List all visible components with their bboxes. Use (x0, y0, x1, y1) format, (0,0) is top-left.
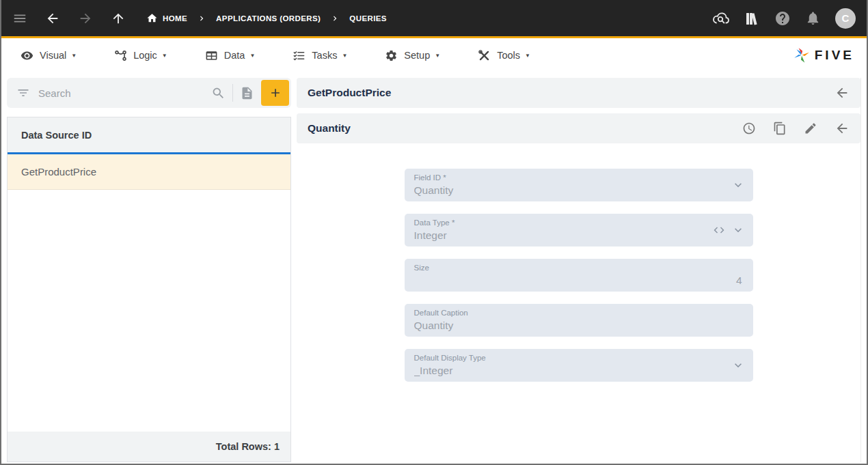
record-header: GetProductPrice (297, 78, 860, 108)
chevron-right-icon (330, 14, 340, 23)
menu-tools-label: Tools (497, 50, 520, 61)
record-title: GetProductPrice (308, 87, 391, 99)
add-button[interactable] (261, 80, 289, 106)
column-header-label: Data Source ID (21, 130, 92, 141)
edit-pencil-icon[interactable] (804, 122, 817, 135)
avatar-initial: C (842, 12, 850, 24)
inspector-cloud-search-icon[interactable] (711, 10, 729, 27)
menu-logic-label: Logic (133, 50, 157, 61)
caret-down-icon: ▼ (162, 53, 167, 59)
code-icon[interactable] (713, 224, 725, 236)
left-panel: Data Source ID GetProductPrice Total Row… (7, 78, 291, 462)
breadcrumb-home[interactable]: HOME (146, 12, 187, 24)
checklist-icon (293, 49, 306, 62)
collapse-back-icon[interactable] (835, 85, 850, 100)
field-id-label: Field ID * (414, 173, 726, 182)
data-type-select[interactable]: Data Type * Integer (405, 214, 753, 246)
divider (232, 84, 233, 102)
brand-name: FIVE (815, 48, 854, 63)
caret-down-icon: ▼ (342, 53, 347, 59)
search-bar (7, 78, 291, 108)
field-id-value: Quantity (414, 183, 726, 197)
data-type-label: Data Type * (414, 219, 726, 227)
default-display-type-select[interactable]: Default Display Type _Integer (405, 349, 753, 382)
content-area: Data Source ID GetProductPrice Total Row… (1, 72, 867, 464)
notifications-bell-icon[interactable] (805, 10, 821, 26)
menu-setup-label: Setup (404, 50, 430, 61)
list-row-getproductprice[interactable]: GetProductPrice (8, 154, 290, 190)
menu-bar: Visual ▼ Logic ▼ Data ▼ (1, 38, 867, 72)
column-header-data-source-id[interactable]: Data Source ID (8, 117, 290, 154)
back-arrow-icon[interactable] (45, 11, 60, 26)
chevron-down-icon[interactable] (731, 358, 745, 372)
menu-logic[interactable]: Logic ▼ (114, 49, 167, 62)
copy-icon[interactable] (773, 122, 787, 135)
search-icon[interactable] (211, 86, 226, 100)
caret-down-icon: ▼ (71, 53, 77, 59)
field-form: Field ID * Quantity Data Type * Integer (297, 143, 860, 462)
top-bar: HOME APPLICATIONS (ORDERS) QUERIES (1, 0, 867, 36)
field-id-select[interactable]: Field ID * Quantity (405, 169, 753, 201)
breadcrumb-applications[interactable]: APPLICATIONS (ORDERS) (216, 14, 321, 23)
field-detail-header: Quantity (297, 113, 860, 143)
default-display-type-value: _Integer (414, 363, 726, 378)
default-display-type-label: Default Display Type (414, 354, 726, 363)
document-icon[interactable] (240, 86, 254, 100)
menu-tools[interactable]: Tools ▼ (478, 49, 530, 62)
filter-icon[interactable] (16, 86, 30, 100)
size-label: Size (414, 264, 742, 272)
menu-setup[interactable]: Setup ▼ (385, 49, 440, 62)
default-caption-value: Quantity (414, 318, 726, 333)
default-caption-input[interactable]: Default Caption Quantity (405, 304, 753, 337)
default-caption-label: Default Caption (414, 309, 726, 318)
breadcrumb-queries[interactable]: QUERIES (349, 14, 387, 23)
size-value: 4 (414, 273, 742, 287)
menu-tasks-label: Tasks (312, 50, 337, 61)
list-footer: Total Rows: 1 (8, 432, 290, 462)
breadcrumb: HOME APPLICATIONS (ORDERS) QUERIES (146, 12, 387, 24)
forward-arrow-icon[interactable] (78, 11, 93, 26)
menu-data[interactable]: Data ▼ (205, 49, 256, 62)
right-panel: GetProductPrice Quantity (297, 78, 861, 462)
help-icon[interactable] (774, 10, 791, 27)
total-rows-label: Total Rows: 1 (216, 441, 280, 452)
breadcrumb-home-label: HOME (163, 14, 187, 23)
five-logo: FIVE (793, 46, 854, 64)
hamburger-menu-icon[interactable] (12, 11, 27, 26)
five-pinwheel-icon (793, 46, 811, 64)
user-avatar[interactable]: C (835, 8, 856, 29)
data-source-list: Data Source ID GetProductPrice Total Row… (7, 117, 291, 462)
menu-tasks[interactable]: Tasks ▼ (293, 49, 347, 62)
collapse-back-icon[interactable] (835, 121, 850, 136)
eye-icon (21, 49, 33, 62)
chevron-down-icon[interactable] (731, 223, 745, 237)
menu-data-label: Data (224, 50, 245, 61)
up-arrow-icon[interactable] (111, 11, 126, 26)
list-empty-space (8, 190, 290, 432)
caret-down-icon: ▼ (435, 53, 440, 59)
breadcrumb-queries-label: QUERIES (349, 14, 387, 23)
plus-icon (269, 86, 282, 100)
chevron-down-icon[interactable] (731, 178, 745, 192)
row-label: GetProductPrice (21, 166, 96, 178)
search-input[interactable] (38, 87, 211, 99)
menu-visual-label: Visual (40, 50, 66, 61)
table-icon (205, 49, 218, 62)
caret-down-icon: ▼ (249, 53, 255, 59)
menu-visual[interactable]: Visual ▼ (21, 49, 77, 62)
gear-icon (385, 49, 398, 62)
logic-flow-icon (114, 49, 127, 62)
chevron-right-icon (197, 14, 206, 23)
tools-icon (478, 49, 491, 62)
home-icon (146, 12, 158, 24)
size-input[interactable]: Size 4 (405, 259, 753, 292)
history-clock-icon[interactable] (742, 122, 756, 135)
caret-down-icon: ▼ (525, 53, 530, 59)
library-books-icon[interactable] (744, 10, 760, 27)
app-window: HOME APPLICATIONS (ORDERS) QUERIES (0, 0, 868, 465)
data-type-value: Integer (414, 228, 726, 242)
field-detail-title: Quantity (308, 122, 351, 135)
breadcrumb-applications-label: APPLICATIONS (ORDERS) (216, 14, 321, 23)
